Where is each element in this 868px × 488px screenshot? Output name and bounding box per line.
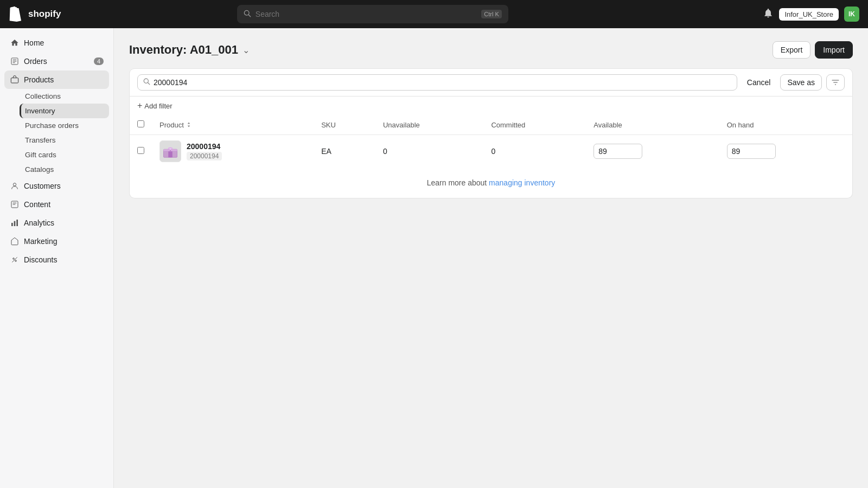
search-bar[interactable]: Ctrl K: [237, 5, 508, 23]
sidebar-item-discounts[interactable]: Discounts: [4, 251, 109, 269]
inventory-table: Product SKU Unavailable Committed: [130, 115, 852, 168]
sidebar-item-orders[interactable]: Orders 4: [4, 52, 109, 70]
avatar[interactable]: IK: [844, 7, 859, 22]
on-hand-column-header: On hand: [719, 115, 852, 135]
products-icon: [10, 75, 20, 85]
page-title-area: Inventory: A01_001 ⌄: [129, 43, 250, 57]
shopify-logo[interactable]: shopify: [9, 7, 106, 22]
product-thumbnail: [159, 140, 181, 162]
filter-search-input[interactable]: [154, 78, 731, 87]
row-checkbox-cell[interactable]: [130, 135, 152, 168]
plus-icon: +: [137, 101, 142, 111]
on-hand-input[interactable]: [727, 144, 776, 159]
product-column-label: Product: [159, 121, 184, 129]
sidebar-item-orders-label: Orders: [24, 57, 47, 66]
svg-rect-12: [14, 221, 16, 226]
sidebar-item-purchase-orders[interactable]: Purchase orders: [20, 118, 109, 133]
sidebar-item-content-label: Content: [24, 200, 50, 209]
svg-rect-6: [11, 78, 18, 83]
committed-cell: 0: [483, 135, 586, 168]
filter-save-as-button[interactable]: Save as: [780, 74, 822, 91]
sku-cell: EA: [314, 135, 375, 168]
product-variant: 20000194: [187, 152, 222, 160]
add-filter-button[interactable]: + Add filter: [137, 101, 173, 111]
on-hand-cell[interactable]: [719, 135, 852, 168]
sidebar-item-transfers[interactable]: Transfers: [20, 133, 109, 147]
sidebar-item-purchase-orders-label: Purchase orders: [25, 121, 79, 130]
import-button[interactable]: Import: [815, 41, 853, 59]
committed-column-label: Committed: [491, 121, 525, 129]
store-name-badge[interactable]: Infor_UK_Store: [779, 8, 839, 21]
svg-line-1: [248, 15, 251, 17]
select-all-checkbox[interactable]: [137, 120, 144, 127]
unavailable-value: 0: [383, 147, 387, 156]
sidebar-item-home[interactable]: Home: [4, 34, 109, 52]
sidebar-item-analytics[interactable]: Analytics: [4, 214, 109, 232]
available-cell[interactable]: [586, 135, 719, 168]
search-input[interactable]: [256, 10, 477, 18]
table-header-row: Product SKU Unavailable Committed: [130, 115, 852, 135]
sidebar-item-transfers-label: Transfers: [25, 136, 56, 144]
filter-cancel-button[interactable]: Cancel: [742, 74, 776, 91]
on-hand-column-label: On hand: [727, 121, 754, 129]
sort-icon: [831, 78, 840, 87]
product-image-placeholder: [162, 143, 178, 159]
orders-badge: 4: [94, 57, 104, 65]
sidebar-item-analytics-label: Analytics: [24, 219, 54, 227]
page-title: Inventory: A01_001: [129, 43, 238, 57]
notification-bell-icon[interactable]: [763, 8, 774, 21]
logo-text: shopify: [28, 9, 61, 20]
search-icon: [244, 10, 251, 19]
search-shortcut: Ctrl K: [481, 10, 502, 18]
sidebar-item-marketing[interactable]: Marketing: [4, 232, 109, 251]
footer-text: Learn more about: [427, 178, 489, 187]
sidebar-item-catalogs[interactable]: Catalogs: [20, 162, 109, 177]
committed-column-header: Committed: [483, 115, 586, 135]
add-filter-label: Add filter: [144, 102, 172, 110]
export-button[interactable]: Export: [773, 41, 810, 59]
product-column-header[interactable]: Product: [152, 115, 314, 135]
svg-rect-11: [11, 223, 13, 226]
page-title-chevron-icon[interactable]: ⌄: [242, 45, 250, 55]
filter-search-box[interactable]: [137, 74, 737, 91]
sidebar-item-discounts-label: Discounts: [24, 255, 57, 264]
unavailable-cell: 0: [375, 135, 483, 168]
unavailable-column-header: Unavailable: [375, 115, 483, 135]
sku-column-header: SKU: [314, 115, 375, 135]
svg-point-7: [13, 183, 16, 186]
main-layout: Home Orders 4 Products Collections Inven…: [0, 28, 868, 488]
customers-icon: [10, 181, 20, 191]
sidebar-item-collections-label: Collections: [25, 92, 61, 100]
orders-icon: [10, 56, 20, 66]
add-filter-row: + Add filter: [129, 97, 853, 115]
topbar: shopify Ctrl K Infor_UK_Store IK: [0, 0, 868, 28]
select-all-header[interactable]: [130, 115, 152, 135]
sidebar-item-customers[interactable]: Customers: [4, 177, 109, 195]
table-footer: Learn more about managing inventory: [130, 168, 852, 198]
shopify-icon: [9, 7, 24, 22]
sidebar-item-marketing-label: Marketing: [24, 237, 57, 246]
managing-inventory-link[interactable]: managing inventory: [489, 178, 555, 187]
filter-sort-button[interactable]: [826, 74, 845, 91]
available-column-header: Available: [586, 115, 719, 135]
product-cell: 20000194 20000194: [152, 135, 314, 168]
row-select-checkbox[interactable]: [137, 147, 144, 154]
header-actions: Export Import: [773, 41, 853, 59]
sidebar-item-gift-cards[interactable]: Gift cards: [20, 147, 109, 162]
sidebar-item-products[interactable]: Products: [4, 70, 109, 89]
sidebar-item-content[interactable]: Content: [4, 195, 109, 214]
product-sort-control[interactable]: Product: [159, 121, 192, 129]
sidebar-item-customers-label: Customers: [24, 182, 61, 190]
available-input[interactable]: [593, 144, 642, 159]
sidebar-item-inventory[interactable]: Inventory: [20, 104, 109, 118]
discounts-icon: [10, 255, 20, 265]
sidebar-item-catalogs-label: Catalogs: [25, 165, 54, 174]
sidebar-item-products-label: Products: [24, 75, 54, 84]
home-icon: [10, 38, 20, 48]
product-info: 20000194 20000194: [187, 142, 222, 160]
unavailable-column-label: Unavailable: [383, 121, 420, 129]
svg-line-18: [148, 83, 150, 85]
sidebar-item-collections[interactable]: Collections: [20, 89, 109, 104]
page-header: Inventory: A01_001 ⌄ Export Import: [129, 41, 853, 59]
available-column-label: Available: [593, 121, 622, 129]
